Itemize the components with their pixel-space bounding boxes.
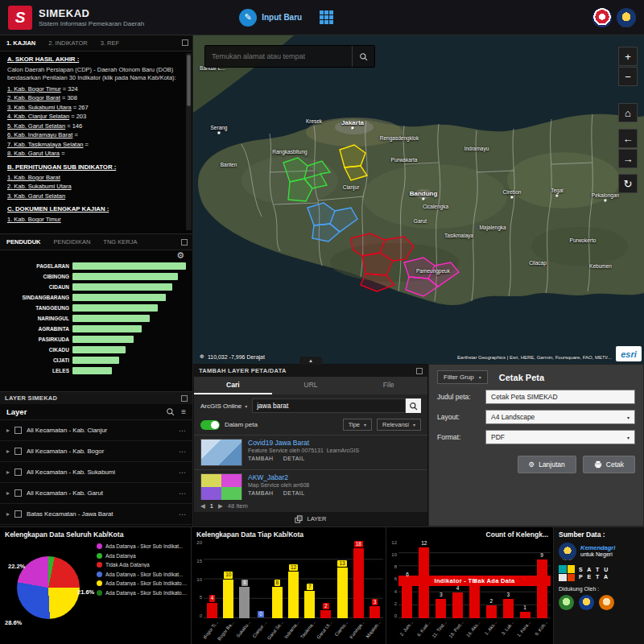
demografi-tab[interactable]: PENDIDIKAN <box>47 234 97 250</box>
format-select[interactable]: PDF▾ <box>485 430 635 444</box>
scrollbar-thumb[interactable] <box>187 55 191 106</box>
score-link[interactable]: 1. Kab. Bogor Timur <box>7 85 61 93</box>
bar-group[interactable]: 12 <box>287 540 300 618</box>
tambah-tab[interactable]: Cari <box>194 377 272 394</box>
judul-peta-input[interactable] <box>485 390 635 404</box>
zoom-in-button[interactable]: + <box>618 47 638 66</box>
layer-row[interactable]: ▸ All Kecamatan - Kab. Garut ⋯ <box>0 483 192 504</box>
panel-collapse-handle[interactable]: ▲ <box>299 357 322 365</box>
bar-group[interactable]: 4 <box>205 540 219 618</box>
legend-item[interactable]: Ada Datanya - Skor Sub Indikator Tinggi <box>97 590 188 596</box>
panel-collapse-icon[interactable] <box>181 395 188 402</box>
legend-item[interactable]: Ada Datanya <box>97 553 188 559</box>
layer-checkbox[interactable] <box>14 427 22 434</box>
tambah-button[interactable]: TAMBAH <box>248 456 274 461</box>
search-icon[interactable] <box>166 407 175 416</box>
bar[interactable] <box>469 586 480 618</box>
sub-indikator-link[interactable]: 3. Kab. Garut Selatan <box>7 192 65 200</box>
locate-refresh-button[interactable]: ↻ <box>618 174 638 193</box>
bar[interactable] <box>537 559 547 618</box>
ellipsis-menu-icon[interactable]: ⋯ <box>179 489 186 497</box>
kajian-tab[interactable]: 1. KAJIAN <box>0 35 42 51</box>
dalam-peta-toggle[interactable] <box>200 420 220 430</box>
hbar[interactable] <box>72 304 186 312</box>
score-link[interactable]: 7. Kab. Tasikmalaya Selatan <box>7 141 84 148</box>
layer-checkbox[interactable] <box>14 469 22 476</box>
legend-item[interactable]: Tidak Ada Datanya <box>97 562 188 568</box>
map-canvas[interactable]: Bandar L...SerangKresekJakartaRengasdeng… <box>193 35 644 364</box>
lanjutan-button[interactable]: ⚙ Lanjutan <box>518 456 576 473</box>
bar[interactable] <box>272 587 283 618</box>
previous-extent-button[interactable]: ← <box>618 129 638 148</box>
legend-item[interactable]: Ada Datanya - Skor Sub Indikat... <box>97 543 188 549</box>
basemap[interactable] <box>193 35 644 364</box>
filter-grup-dropdown[interactable]: Filter Grup▾ <box>437 370 488 384</box>
result-title-link[interactable]: Covid19 Jawa Barat <box>248 439 421 447</box>
menu-icon[interactable]: ≡ <box>181 407 186 416</box>
layer-checkbox[interactable] <box>14 448 22 455</box>
hbar[interactable] <box>72 262 186 270</box>
gear-icon[interactable]: ⚙ <box>176 251 184 260</box>
pie-chart[interactable]: 22.2%28.6%21.6% <box>3 542 95 638</box>
tambah-tab[interactable]: URL <box>272 377 350 394</box>
bar-group[interactable]: 2 <box>319 540 332 618</box>
chevron-right-icon[interactable]: ▸ <box>6 469 10 476</box>
bar[interactable] <box>207 603 217 618</box>
bar-group[interactable]: 8 <box>237 540 251 618</box>
search-result-item[interactable]: Covid19 Jawa Barat Feature Service oleh … <box>194 436 427 470</box>
hbar[interactable] <box>72 283 186 291</box>
bar[interactable] <box>304 591 315 618</box>
bar-group[interactable]: 3 <box>368 540 382 618</box>
hbar[interactable] <box>72 367 186 374</box>
hbar[interactable] <box>72 273 186 280</box>
bar-group[interactable]: 18 <box>352 540 365 618</box>
kajian-tab[interactable]: 3. REF <box>94 35 126 51</box>
bar[interactable] <box>436 599 446 618</box>
map-search-box[interactable] <box>204 45 375 68</box>
layer-checkbox[interactable] <box>14 510 22 518</box>
bar[interactable] <box>486 605 497 618</box>
panel-collapse-icon[interactable] <box>416 368 423 374</box>
bar-group[interactable]: 8 <box>270 540 284 618</box>
prev-page-icon[interactable]: ◀ <box>200 502 205 510</box>
layer-row[interactable]: ▸ All Kecamatan - Kab. Sukabumi ⋯ <box>0 462 192 483</box>
tipe-dropdown[interactable]: Tipe▾ <box>343 419 372 431</box>
bar-chart-plot[interactable]: Indikator - Tidak Ada Data 6123452319 <box>398 540 551 618</box>
bar-group[interactable]: 0 <box>254 540 268 618</box>
penduduk-bar-chart[interactable]: PAGELARANCIBINONGCIDAUNSINDANGBARANGTANG… <box>0 260 192 379</box>
score-link[interactable]: 3. Kab. Sukabumi Utara <box>7 104 72 111</box>
layer-search-button[interactable] <box>406 398 421 413</box>
hbar[interactable] <box>72 336 186 343</box>
next-extent-button[interactable]: → <box>618 149 638 168</box>
panel-collapse-icon[interactable] <box>181 239 188 246</box>
score-link[interactable]: 6. Kab. Indramayu Barat <box>7 131 72 138</box>
layer-row[interactable]: ▸ All Kecamatan - Kab. Cianjur ⋯ <box>0 420 192 441</box>
next-page-icon[interactable]: ▶ <box>218 502 223 510</box>
score-link[interactable]: 2. Kab. Bogor Barat <box>7 94 60 101</box>
hbar[interactable] <box>72 357 186 364</box>
score-link[interactable]: 5. Kab. Garut Selatan <box>7 122 65 130</box>
demografi-tab[interactable]: PENDUDUK <box>0 234 47 250</box>
zoom-out-button[interactable]: − <box>618 67 638 86</box>
pie-circle[interactable] <box>17 556 80 619</box>
kajian-tab[interactable]: 2. INDIKATOR <box>42 35 93 51</box>
layer-row[interactable]: ▸ Batas Kecamatan - Jawa Barat ⋯ <box>0 504 192 525</box>
tambah-button[interactable]: TAMBAH <box>248 490 274 496</box>
map-search-input[interactable] <box>205 52 352 60</box>
bar[interactable] <box>288 572 299 618</box>
score-link[interactable]: 8. Kab. Garut Utara <box>7 150 60 157</box>
chevron-right-icon[interactable]: ▸ <box>6 510 10 518</box>
search-result-item[interactable]: AKW_Jabar2 Map Service oleh arr608 TAMBA… <box>194 470 427 500</box>
detail-button[interactable]: DETAIL <box>283 456 305 461</box>
chevron-right-icon[interactable]: ▸ <box>6 427 10 434</box>
demografi-tab[interactable]: TNG KERJA <box>97 234 143 250</box>
bar[interactable] <box>223 580 233 619</box>
layer-search-input[interactable] <box>252 398 406 413</box>
tambah-tab[interactable]: File <box>349 377 427 394</box>
layout-select[interactable]: A4 Landscape▾ <box>485 410 635 424</box>
ellipsis-menu-icon[interactable]: ⋯ <box>179 448 186 456</box>
bar[interactable] <box>320 610 331 618</box>
source-select[interactable]: ArcGIS Online▾ <box>200 402 247 410</box>
relevansi-dropdown[interactable]: Relevansi▾ <box>377 419 421 431</box>
chevron-right-icon[interactable]: ▸ <box>6 448 10 455</box>
